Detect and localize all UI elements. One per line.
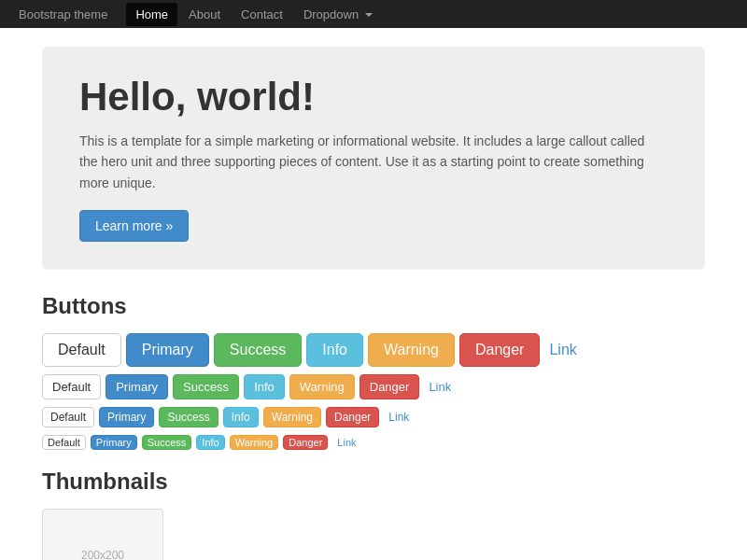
button-row-large: Default Primary Success Info Warning Dan…: [42, 333, 705, 367]
btn-info-lg[interactable]: Info: [306, 333, 363, 367]
thumbnails-section: Thumbnails 200x200: [42, 469, 705, 560]
btn-primary-md[interactable]: Primary: [106, 374, 168, 399]
learn-more-button[interactable]: Learn more »: [79, 210, 189, 242]
btn-default-xs[interactable]: Default: [42, 435, 86, 450]
thumbnail-item[interactable]: 200x200: [42, 509, 163, 560]
nav-item-home: Home: [126, 3, 177, 26]
navbar-nav: Home About Contact Dropdown: [126, 3, 381, 26]
nav-item-dropdown: Dropdown: [294, 3, 382, 26]
nav-item-contact: Contact: [232, 3, 292, 26]
btn-link-lg[interactable]: Link: [544, 333, 581, 367]
btn-default-sm[interactable]: Default: [42, 407, 94, 427]
btn-danger-xs[interactable]: Danger: [283, 435, 328, 450]
buttons-section-title: Buttons: [42, 293, 705, 319]
thumbnail-label: 200x200: [81, 549, 124, 560]
btn-link-sm[interactable]: Link: [384, 407, 414, 427]
btn-link-xs[interactable]: Link: [332, 435, 360, 450]
btn-success-lg[interactable]: Success: [214, 333, 302, 367]
btn-primary-sm[interactable]: Primary: [99, 407, 154, 427]
btn-default-lg[interactable]: Default: [42, 333, 121, 367]
btn-danger-sm[interactable]: Danger: [326, 407, 379, 427]
nav-link-contact[interactable]: Contact: [232, 3, 292, 26]
btn-warning-lg[interactable]: Warning: [368, 333, 455, 367]
btn-danger-lg[interactable]: Danger: [459, 333, 540, 367]
btn-warning-sm[interactable]: Warning: [263, 407, 321, 427]
hero-title: Hello, world!: [79, 75, 668, 119]
hero-description: This is a template for a simple marketin…: [79, 131, 658, 193]
nav-item-about: About: [179, 3, 230, 26]
nav-link-about[interactable]: About: [179, 3, 230, 26]
btn-success-md[interactable]: Success: [173, 374, 239, 399]
btn-info-sm[interactable]: Info: [223, 407, 259, 427]
btn-link-md[interactable]: Link: [424, 374, 456, 399]
navbar-brand[interactable]: Bootstrap theme: [19, 7, 107, 21]
nav-link-dropdown[interactable]: Dropdown: [294, 3, 382, 26]
chevron-down-icon: [365, 13, 373, 17]
button-row-medium: Default Primary Success Info Warning Dan…: [42, 374, 705, 399]
btn-warning-md[interactable]: Warning: [289, 374, 355, 399]
navbar: Bootstrap theme Home About Contact Dropd…: [0, 0, 747, 28]
main-container: Hello, world! This is a template for a s…: [28, 28, 719, 560]
btn-info-xs[interactable]: Info: [196, 435, 224, 450]
button-row-small: Default Primary Success Info Warning Dan…: [42, 407, 705, 427]
btn-success-xs[interactable]: Success: [142, 435, 192, 450]
btn-primary-xs[interactable]: Primary: [91, 435, 137, 450]
btn-info-md[interactable]: Info: [244, 374, 285, 399]
btn-warning-xs[interactable]: Warning: [230, 435, 279, 450]
buttons-section: Buttons Default Primary Success Info War…: [42, 293, 705, 450]
thumbnails-section-title: Thumbnails: [42, 469, 705, 495]
btn-success-sm[interactable]: Success: [159, 407, 218, 427]
btn-primary-lg[interactable]: Primary: [126, 333, 209, 367]
nav-link-home[interactable]: Home: [126, 3, 177, 26]
btn-danger-md[interactable]: Danger: [359, 374, 420, 399]
btn-default-md[interactable]: Default: [42, 374, 101, 399]
button-row-xsmall: Default Primary Success Info Warning Dan…: [42, 435, 705, 450]
hero-unit: Hello, world! This is a template for a s…: [42, 47, 705, 270]
